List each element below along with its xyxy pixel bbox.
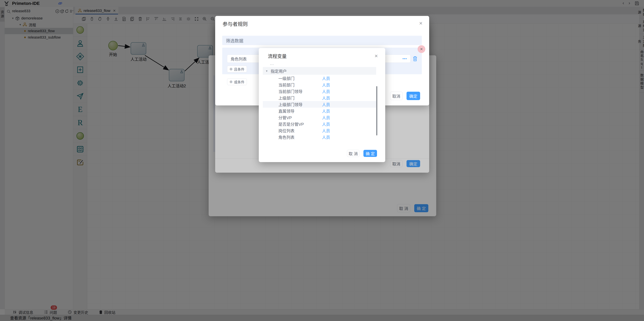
person-link[interactable]: 人员 bbox=[322, 108, 330, 114]
confirm-button[interactable]: 确 定 bbox=[364, 150, 377, 157]
person-link[interactable]: 人员 bbox=[322, 121, 330, 127]
filter-data-label: 筛选数据 bbox=[226, 37, 243, 43]
list-scrollbar[interactable] bbox=[376, 86, 377, 135]
confirm-button[interactable]: 确定 bbox=[406, 92, 420, 100]
plus-circle-icon: ⊕ bbox=[230, 67, 232, 71]
person-link[interactable]: 人员 bbox=[322, 75, 330, 81]
variable-row[interactable]: 是否是分管VP人员 bbox=[263, 121, 376, 127]
variable-row[interactable]: 角色列表人员 bbox=[263, 134, 376, 140]
more-options-icon[interactable]: ••• bbox=[402, 57, 407, 61]
and-condition-button[interactable]: ⊕ 且条件 bbox=[227, 66, 247, 72]
person-link[interactable]: 人员 bbox=[322, 114, 330, 120]
and-condition-label: 且条件 bbox=[234, 66, 244, 72]
person-link[interactable]: 人员 bbox=[322, 82, 330, 88]
cancel-button[interactable]: 取 消 bbox=[347, 150, 360, 157]
role-variable-value: 角色列表 bbox=[230, 56, 247, 62]
person-link[interactable]: 人员 bbox=[322, 101, 330, 107]
person-link[interactable]: 人员 bbox=[322, 95, 330, 101]
variable-row[interactable]: 当前部门领导人员 bbox=[263, 88, 376, 94]
remove-group-badge[interactable]: × bbox=[418, 45, 425, 53]
close-icon[interactable]: × bbox=[374, 53, 378, 59]
filter-data-header[interactable]: 筛选数据 bbox=[222, 36, 422, 45]
plus-circle-icon: ⊕ bbox=[230, 80, 232, 84]
process-variables-dialog: 流程变量 × ··· ▼ 指定用户 一级部门人员 当前部门人员 当前部门领导人员… bbox=[259, 48, 385, 162]
close-icon[interactable]: × bbox=[419, 20, 422, 26]
delete-condition-icon[interactable] bbox=[412, 56, 418, 61]
cancel-button[interactable]: 取消 bbox=[390, 92, 402, 100]
variable-group-header[interactable]: ▼ 指定用户 bbox=[263, 67, 376, 75]
variable-row[interactable]: 上级部门人员 bbox=[263, 94, 376, 101]
variable-group-label: 指定用户 bbox=[271, 68, 287, 74]
variable-row[interactable]: 直属领导人员 bbox=[263, 108, 376, 114]
or-condition-label: 或条件 bbox=[234, 79, 244, 84]
dialog-title: 流程变量 bbox=[268, 53, 286, 59]
person-link[interactable]: 人员 bbox=[322, 134, 330, 140]
person-link[interactable]: 人员 bbox=[322, 128, 330, 133]
variable-row[interactable]: 当前部门人员 bbox=[263, 81, 376, 88]
variable-row-highlighted[interactable]: 上级部门领导人员 bbox=[263, 101, 376, 108]
variable-row[interactable]: 一级部门人员 bbox=[263, 75, 376, 81]
caret-down-icon: ▼ bbox=[266, 69, 268, 72]
variable-row[interactable]: 岗位列表人员 bbox=[263, 127, 376, 134]
dialog-title: 参与者规则 bbox=[222, 20, 248, 27]
variable-row[interactable]: 分管VP人员 bbox=[263, 114, 376, 121]
or-condition-button[interactable]: ⊕ 或条件 bbox=[227, 78, 247, 85]
person-link[interactable]: 人员 bbox=[322, 88, 330, 94]
clipped-list-row: ··· bbox=[270, 64, 320, 67]
